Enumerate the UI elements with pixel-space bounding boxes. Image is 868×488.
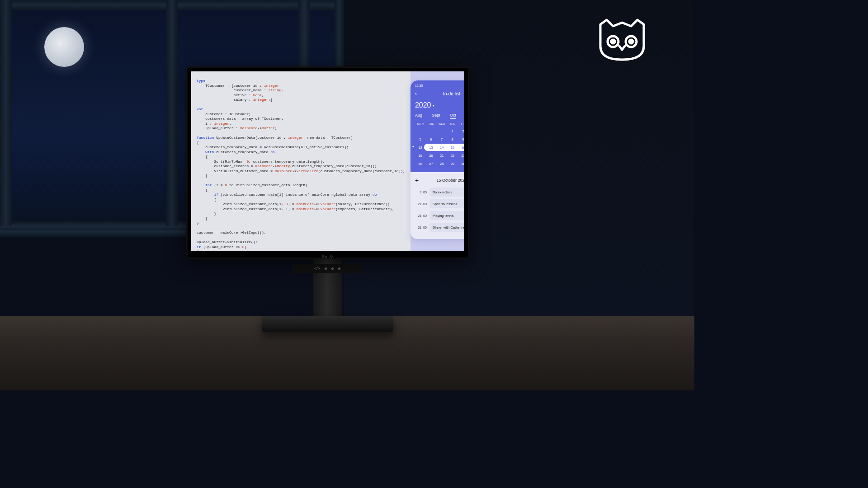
prev-week-icon[interactable]: ◂ xyxy=(412,145,414,148)
calendar-row: 1234 xyxy=(415,127,464,135)
month-tabs: AugSeptOctNovDec xyxy=(415,113,464,119)
calendar-day[interactable]: 5 xyxy=(415,137,426,141)
calendar-day[interactable]: 8 xyxy=(447,137,458,141)
chevron-down-icon: ▾ xyxy=(433,103,434,108)
todo-time: 9: 00 xyxy=(415,191,427,194)
calendar-day[interactable]: 16 xyxy=(458,145,464,150)
calendar-day[interactable]: 1 xyxy=(447,129,458,133)
app-title: To-do list xyxy=(442,91,460,96)
calendar-row: ◂▸12131415161718 xyxy=(415,143,464,151)
todo-row: 21: 00Spanish lessons✓ xyxy=(415,199,464,208)
year-selector[interactable]: 2020 ▾ xyxy=(415,101,435,109)
calendar-day[interactable]: 26 xyxy=(415,162,426,166)
calendar-day[interactable]: 28 xyxy=(436,162,447,166)
monitor-base xyxy=(262,316,393,332)
calendar-row: 19202122232425 xyxy=(415,151,464,160)
monitor-screen: type TCustomer : {customer_id : integer,… xyxy=(191,71,464,251)
todo-time: 21: 00 xyxy=(415,202,427,206)
month-tab[interactable]: Oct xyxy=(450,113,456,119)
code-editor: type TCustomer : {customer_id : integer,… xyxy=(191,71,410,251)
todo-label: Do exercises xyxy=(433,190,452,194)
todo-row: 21: 00Playing tennis✓ xyxy=(415,211,464,220)
status-time: 12:35 xyxy=(415,84,423,88)
weekday-label: TUE xyxy=(426,122,437,125)
calendar-day[interactable]: 12 xyxy=(415,145,426,150)
svg-point-2 xyxy=(611,40,615,43)
phone-header: 12:35 ▂▄▆ ⋒ ▮ ‹ To-do list ⚙ xyxy=(410,80,464,172)
todo-row: 21: 00Dinner with Catherine xyxy=(415,223,464,232)
calendar-day[interactable]: 2 xyxy=(458,129,464,133)
calendar-row: 567891011 xyxy=(415,135,464,143)
todo-row: 9: 00Do exercises✓ xyxy=(415,188,464,197)
calendar-day[interactable]: 20 xyxy=(426,154,437,158)
owl-logo xyxy=(595,18,649,61)
todo-item[interactable]: Do exercises✓ xyxy=(429,188,464,197)
status-bar: 12:35 ▂▄▆ ⋒ ▮ xyxy=(415,84,464,88)
month-tab[interactable]: Aug xyxy=(415,113,422,119)
todo-item[interactable]: Spanish lessons✓ xyxy=(429,199,464,208)
todo-time: 21: 00 xyxy=(415,214,427,217)
todo-label: Spanish lessons xyxy=(433,202,458,206)
weekday-label: MON xyxy=(415,122,426,125)
calendar-day[interactable]: 7 xyxy=(436,137,447,141)
todo-item[interactable]: Playing tennis✓ xyxy=(429,211,464,220)
weekday-label: FRI xyxy=(458,122,464,125)
todo-list: 9: 00Do exercises✓21: 00Spanish lessons✓… xyxy=(415,188,464,232)
monitor-brand: BenQ xyxy=(322,254,333,258)
year-label: 2020 xyxy=(415,101,431,109)
monitor-bezel: type TCustomer : {customer_id : integer,… xyxy=(188,68,468,258)
monitor-hub: </> xyxy=(292,264,363,273)
todo-item[interactable]: Dinner with Catherine xyxy=(429,223,464,232)
back-icon[interactable]: ‹ xyxy=(415,90,417,97)
weekday-header: MONTUEWEDTHUFRISATSUN xyxy=(415,122,464,125)
calendar-day[interactable]: 9 xyxy=(458,137,464,141)
calendar-day[interactable]: 15 xyxy=(447,145,458,150)
weekday-label: WED xyxy=(436,122,447,125)
calendar-row: 262728293031 xyxy=(415,160,464,168)
code-icon: </> xyxy=(314,266,320,271)
calendar-day[interactable]: 30 xyxy=(458,162,464,166)
svg-point-3 xyxy=(629,40,633,43)
phone-body: + 15 October 2020 ⋮ 9: 00Do exercises✓21… xyxy=(410,172,464,239)
calendar-day[interactable]: 21 xyxy=(436,154,447,158)
calendar-day[interactable]: 27 xyxy=(426,162,437,166)
monitor: type TCustomer : {customer_id : integer,… xyxy=(186,66,469,259)
todo-label: Dinner with Catherine xyxy=(433,225,464,230)
calendar-day[interactable]: 13 xyxy=(426,145,437,150)
moon xyxy=(44,27,84,67)
month-tab[interactable]: Sept xyxy=(432,113,440,119)
calendar-day[interactable]: 14 xyxy=(436,145,447,150)
calendar-day[interactable]: 23 xyxy=(458,154,464,158)
selected-date: 15 October 2020 xyxy=(436,178,464,183)
todo-label: Playing tennis xyxy=(433,214,454,218)
calendar-grid: 1234567891011◂▸1213141516171819202122232… xyxy=(415,127,464,168)
phone-preview-panel: 12:35 ▂▄▆ ⋒ ▮ ‹ To-do list ⚙ xyxy=(410,71,464,251)
scene-root: </> type TCustomer : {customer_id : inte… xyxy=(0,0,694,390)
calendar-day[interactable]: 29 xyxy=(447,162,458,166)
phone-mockup: 12:35 ▂▄▆ ⋒ ▮ ‹ To-do list ⚙ xyxy=(410,80,464,239)
todo-time: 21: 00 xyxy=(415,226,427,229)
calendar-day[interactable]: 19 xyxy=(415,154,426,158)
add-button[interactable]: + xyxy=(415,177,419,184)
weekday-label: THU xyxy=(447,122,458,125)
calendar-day[interactable]: 6 xyxy=(426,137,437,141)
calendar-day[interactable]: 22 xyxy=(447,154,458,158)
